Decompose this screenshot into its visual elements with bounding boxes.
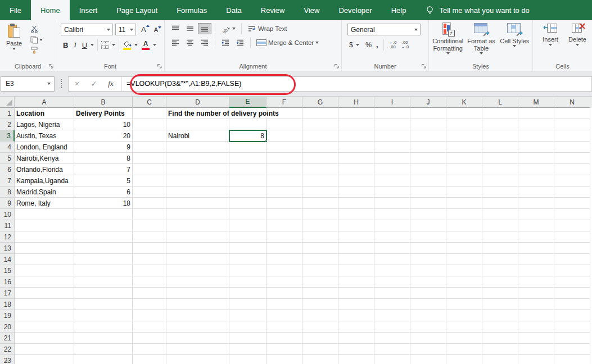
tab-view[interactable]: View [294, 0, 329, 20]
column-header-M[interactable]: M [518, 97, 554, 108]
cell-N21[interactable] [554, 333, 590, 344]
column-header-K[interactable]: K [446, 97, 482, 108]
cell-L7[interactable] [482, 175, 518, 186]
bold-button[interactable]: B [61, 40, 70, 50]
tab-insert[interactable]: Insert [70, 0, 107, 20]
cell-M20[interactable] [518, 321, 554, 333]
cell-E12[interactable] [229, 231, 266, 243]
cell-J12[interactable] [410, 231, 446, 243]
cell-K14[interactable] [446, 254, 482, 265]
cell-K20[interactable] [446, 321, 482, 333]
cell-A1[interactable]: Location [15, 108, 74, 119]
cell-F2[interactable] [266, 119, 302, 130]
cell-C2[interactable] [133, 119, 166, 130]
cell-N11[interactable] [554, 220, 590, 231]
increase-font-size-button[interactable]: A [138, 25, 149, 34]
cell-K9[interactable] [446, 198, 482, 209]
cell-J11[interactable] [410, 220, 446, 231]
cell-A9[interactable]: Rome, Italy [15, 198, 74, 209]
cell-L22[interactable] [482, 344, 518, 355]
cell-H5[interactable] [338, 153, 374, 164]
cell-E4[interactable] [229, 142, 266, 153]
cell-M2[interactable] [518, 119, 554, 130]
cell-N7[interactable] [554, 175, 590, 186]
cell-A20[interactable] [15, 321, 74, 333]
cell-G14[interactable] [302, 254, 338, 265]
tab-review[interactable]: Review [251, 0, 295, 20]
cell-I11[interactable] [374, 220, 410, 231]
cell-F10[interactable] [266, 209, 302, 220]
cell-G18[interactable] [302, 299, 338, 310]
cell-B3[interactable]: 20 [74, 130, 133, 142]
cell-L17[interactable] [482, 288, 518, 299]
borders-button[interactable] [101, 41, 109, 49]
cell-C18[interactable] [133, 299, 166, 310]
cell-K15[interactable] [446, 265, 482, 276]
cell-H22[interactable] [338, 344, 374, 355]
cell-L11[interactable] [482, 220, 518, 231]
wrap-text-button[interactable]: Wrap Text [245, 23, 289, 34]
cell-H14[interactable] [338, 254, 374, 265]
increase-decimal-button[interactable]: ←.0.00 [387, 40, 399, 49]
row-header-8[interactable]: 8 [0, 186, 15, 198]
cell-D23[interactable] [166, 355, 229, 364]
cell-N14[interactable] [554, 254, 590, 265]
fill-handle[interactable] [265, 140, 268, 143]
cell-H3[interactable] [338, 130, 374, 142]
cell-H2[interactable] [338, 119, 374, 130]
cell-G6[interactable] [302, 164, 338, 175]
cell-J4[interactable] [410, 142, 446, 153]
cell-H7[interactable] [338, 175, 374, 186]
cell-A6[interactable]: Orlando,Florida [15, 164, 74, 175]
cell-K4[interactable] [446, 142, 482, 153]
cell-H13[interactable] [338, 243, 374, 254]
cell-E20[interactable] [229, 321, 266, 333]
cell-L3[interactable] [482, 130, 518, 142]
cell-L5[interactable] [482, 153, 518, 164]
cell-I18[interactable] [374, 299, 410, 310]
decrease-decimal-button[interactable]: .00→.0 [399, 40, 410, 49]
cell-F18[interactable] [266, 299, 302, 310]
cell-G23[interactable] [302, 355, 338, 364]
cell-K5[interactable] [446, 153, 482, 164]
column-header-G[interactable]: G [302, 97, 338, 108]
cell-D1[interactable]: Find the number of delivery points [166, 108, 229, 119]
cell-D11[interactable] [166, 220, 229, 231]
cell-I13[interactable] [374, 243, 410, 254]
cell-C10[interactable] [133, 209, 166, 220]
cell-D13[interactable] [166, 243, 229, 254]
cell-K21[interactable] [446, 333, 482, 344]
cell-E10[interactable] [229, 209, 266, 220]
cell-J9[interactable] [410, 198, 446, 209]
cell-A10[interactable] [15, 209, 74, 220]
cell-K8[interactable] [446, 186, 482, 198]
format-painter-button[interactable] [29, 46, 44, 54]
cell-H21[interactable] [338, 333, 374, 344]
cell-A17[interactable] [15, 288, 74, 299]
cell-M22[interactable] [518, 344, 554, 355]
cell-G21[interactable] [302, 333, 338, 344]
cell-G17[interactable] [302, 288, 338, 299]
cell-C4[interactable] [133, 142, 166, 153]
cell-B16[interactable] [74, 276, 133, 288]
cell-H19[interactable] [338, 310, 374, 321]
cell-C11[interactable] [133, 220, 166, 231]
cell-E15[interactable] [229, 265, 266, 276]
cell-D22[interactable] [166, 344, 229, 355]
cell-C7[interactable] [133, 175, 166, 186]
cell-K12[interactable] [446, 231, 482, 243]
column-header-B[interactable]: B [74, 97, 133, 108]
cell-N5[interactable] [554, 153, 590, 164]
cell-H1[interactable] [338, 108, 374, 119]
cell-E2[interactable] [229, 119, 266, 130]
cell-F22[interactable] [266, 344, 302, 355]
cell-B15[interactable] [74, 265, 133, 276]
cell-J20[interactable] [410, 321, 446, 333]
cell-I9[interactable] [374, 198, 410, 209]
clipboard-dialog-launcher[interactable] [48, 63, 54, 69]
tab-home[interactable]: Home [31, 0, 70, 20]
cell-G10[interactable] [302, 209, 338, 220]
cell-E5[interactable] [229, 153, 266, 164]
cell-E14[interactable] [229, 254, 266, 265]
cell-I21[interactable] [374, 333, 410, 344]
